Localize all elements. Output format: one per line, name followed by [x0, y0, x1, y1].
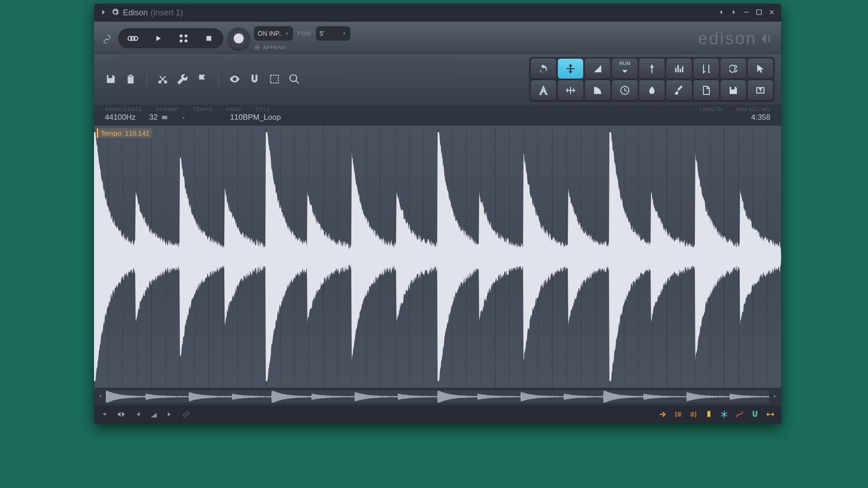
record-icon [234, 33, 244, 43]
format-header: FORMAT [156, 107, 179, 112]
expand-icon[interactable] [99, 8, 108, 18]
minimize-icon[interactable] [742, 8, 750, 18]
append-label: APPEND [263, 45, 286, 50]
snowflake-icon[interactable] [720, 410, 729, 420]
bottom-bar [94, 406, 781, 424]
unlink-icon[interactable] [182, 410, 191, 420]
stretch-button[interactable] [558, 80, 583, 100]
curve-icon[interactable] [735, 410, 744, 420]
record-mode-button[interactable] [171, 30, 196, 47]
input-mode-label: ON INP.. [258, 30, 282, 37]
svg-point-4 [179, 39, 183, 42]
ramp-icon[interactable] [149, 410, 158, 420]
format-value: 32 [149, 113, 169, 122]
select-all-icon[interactable] [269, 73, 280, 86]
eq-button[interactable] [666, 59, 692, 79]
envelope-button[interactable] [585, 80, 610, 100]
link-icon[interactable] [100, 32, 114, 45]
align-right-icon[interactable] [689, 410, 698, 420]
toolbar-row2 [94, 54, 529, 105]
for-label: FOR [297, 30, 311, 37]
title-value: 110BPM_Loop [230, 113, 281, 122]
zoom-icon[interactable] [288, 73, 300, 86]
stop-button[interactable] [196, 30, 222, 47]
window-subtitle: (Insert 1) [151, 8, 183, 18]
selection-button[interactable] [748, 59, 773, 79]
overview-bar[interactable] [94, 388, 781, 406]
send-button[interactable] [748, 80, 773, 100]
marker-icon[interactable] [704, 410, 713, 420]
normalize-button[interactable] [558, 59, 583, 79]
append-toggle[interactable]: APPEND [254, 44, 350, 51]
blur-button[interactable] [639, 80, 665, 100]
tempo-header: TEMPO [193, 107, 213, 112]
record-button[interactable] [228, 28, 250, 49]
snap-magnet-icon[interactable] [750, 410, 760, 420]
svg-point-2 [179, 34, 183, 38]
disk-button[interactable] [721, 80, 746, 100]
trim-button[interactable] [693, 59, 719, 79]
input-mode-dropdown[interactable]: ON INP.. [254, 26, 293, 41]
transport-pill [118, 28, 223, 48]
length-header: LENGTH [700, 107, 723, 112]
svg-point-8 [256, 47, 258, 48]
align-left-icon[interactable] [674, 410, 683, 420]
slip-icon[interactable] [117, 410, 126, 420]
samplerate-header: SAMPLERATE [105, 107, 142, 112]
spectrum-button[interactable] [639, 59, 665, 79]
waveform-display[interactable]: Tempo: 110.141 [94, 126, 781, 388]
loop-tool-button[interactable] [721, 59, 746, 79]
free-header: FREE [226, 107, 241, 112]
title-header: TITLE [255, 107, 271, 112]
next-preset-icon[interactable] [730, 8, 738, 18]
svg-rect-1 [757, 9, 762, 14]
fade-button[interactable] [585, 59, 610, 79]
play-button[interactable] [146, 30, 171, 47]
wrench-icon[interactable] [177, 73, 189, 86]
maximize-icon[interactable] [755, 8, 763, 18]
overview-waveform[interactable] [106, 390, 769, 403]
duration-dropdown[interactable]: 5' [316, 26, 350, 41]
scroll-left-icon[interactable] [98, 394, 103, 400]
undo-button[interactable] [531, 59, 556, 79]
edison-window: Edison (Insert 1) ON INP.. FOR 5' APPEND… [94, 4, 781, 424]
samplerate-value: 44100Hz [105, 113, 136, 122]
svg-point-12 [290, 75, 297, 81]
svg-point-10 [164, 80, 167, 84]
tool-grid: RUN [529, 57, 775, 102]
svg-point-5 [184, 39, 188, 42]
measure-button[interactable] [531, 80, 556, 100]
svg-point-9 [158, 80, 161, 84]
titlebar[interactable]: Edison (Insert 1) [94, 4, 781, 22]
magnet-icon[interactable] [249, 73, 260, 86]
tempo-marker[interactable]: Tempo: 110.141 [97, 128, 152, 138]
run-script-button[interactable]: RUN [612, 59, 637, 79]
svg-point-3 [184, 34, 188, 38]
time-header: MIN:SEC:MS [736, 107, 770, 112]
loop-button[interactable] [120, 30, 146, 47]
free-value [198, 113, 217, 122]
gear-icon[interactable] [111, 8, 119, 18]
cut-icon[interactable] [157, 73, 169, 86]
skip-back-icon[interactable] [133, 410, 142, 420]
script-button[interactable] [693, 80, 719, 100]
skip-fwd-icon[interactable] [165, 410, 175, 420]
stretch-handles-icon[interactable] [766, 410, 775, 420]
scroll-right-icon[interactable] [772, 394, 778, 400]
menu-down-icon[interactable] [100, 410, 109, 420]
prev-preset-icon[interactable] [717, 8, 725, 18]
brush-button[interactable] [666, 80, 692, 100]
toolbar-top: ON INP.. FOR 5' APPEND edison [94, 22, 781, 54]
close-icon[interactable] [768, 8, 776, 18]
time-button[interactable] [612, 80, 637, 100]
paste-icon[interactable] [125, 73, 137, 86]
eye-icon[interactable] [229, 73, 241, 86]
arrow-right-icon[interactable] [658, 410, 667, 420]
window-title: Edison [123, 8, 148, 18]
info-bar: SAMPLERATE FORMAT TEMPO FREE TITLE 44100… [94, 105, 781, 126]
svg-rect-0 [744, 12, 749, 13]
svg-rect-11 [270, 75, 278, 83]
flag-icon[interactable] [197, 73, 208, 86]
time-value: 4:358 [751, 113, 770, 122]
save-icon[interactable] [105, 73, 117, 86]
